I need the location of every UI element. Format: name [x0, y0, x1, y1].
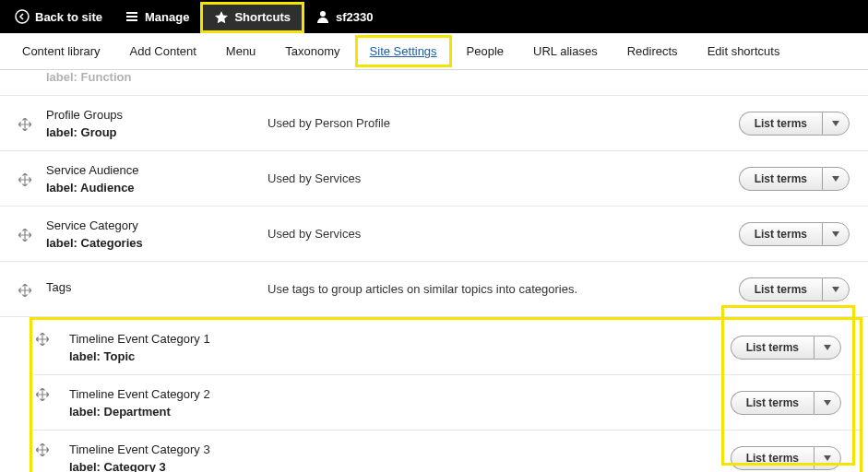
manage-button[interactable]: Manage [113, 0, 200, 33]
list-terms-splitbutton: List terms [739, 167, 850, 191]
vocab-title: Timeline Event Category 2 [69, 387, 291, 401]
subnav-menu[interactable]: Menu [211, 35, 271, 67]
drag-handle-icon[interactable] [18, 118, 31, 131]
highlighted-rows: Timeline Event Category 1 label: Topic L… [30, 317, 862, 472]
subnav-redirects[interactable]: Redirects [612, 35, 693, 67]
vocab-label: label: Category 3 [69, 460, 291, 472]
caret-down-icon [824, 455, 831, 461]
vocab-description: Used by Person Profile [268, 116, 693, 130]
subnav-edit-shortcuts[interactable]: Edit shortcuts [693, 35, 795, 67]
list-terms-splitbutton: List terms [739, 277, 850, 301]
subnav-content-library[interactable]: Content library [7, 35, 115, 67]
table-row: label: Function [0, 70, 868, 96]
list-terms-button[interactable]: List terms [731, 336, 814, 360]
table-row: Service Audience label: Audience Used by… [0, 151, 868, 206]
user-menu[interactable]: sf2330 [304, 0, 384, 33]
caret-down-icon [824, 400, 831, 406]
caret-down-icon [832, 176, 839, 182]
list-terms-splitbutton: List terms [731, 336, 841, 360]
drag-handle-icon[interactable] [36, 333, 49, 346]
list-terms-button[interactable]: List terms [739, 167, 822, 191]
caret-down-icon [832, 231, 839, 237]
back-to-site-label: Back to site [35, 10, 102, 24]
user-icon [315, 9, 330, 24]
list-terms-dropdown[interactable] [822, 222, 850, 246]
list-terms-button[interactable]: List terms [739, 277, 822, 301]
shortcuts-label: Shortcuts [234, 10, 291, 24]
list-terms-splitbutton: List terms [731, 391, 841, 415]
table-row: Timeline Event Category 1 label: Topic L… [32, 320, 860, 375]
vocab-title: Timeline Event Category 1 [69, 332, 291, 346]
vocab-title: Service Audience [46, 163, 268, 177]
list-terms-dropdown[interactable] [822, 277, 850, 301]
table-row: Tags Use tags to group articles on simil… [0, 262, 868, 317]
subnav-people[interactable]: People [452, 35, 518, 67]
vocab-description: Used by Services [268, 227, 693, 241]
star-icon [214, 10, 229, 25]
caret-down-icon [832, 121, 839, 126]
caret-down-icon [824, 345, 831, 350]
admin-subnav: Content library Add Content Menu Taxonom… [0, 33, 868, 70]
vocab-title: Timeline Event Category 3 [69, 442, 291, 456]
vocab-label: label: Audience [46, 181, 268, 195]
list-terms-button[interactable]: List terms [739, 112, 822, 136]
list-terms-button[interactable]: List terms [731, 391, 814, 415]
user-label: sf2330 [336, 10, 373, 24]
hamburger-icon [125, 9, 139, 24]
vocab-label: label: Group [46, 125, 268, 139]
table-row: Timeline Event Category 3 label: Categor… [32, 431, 860, 472]
shortcuts-button[interactable]: Shortcuts [200, 2, 304, 33]
list-terms-dropdown[interactable] [814, 336, 841, 360]
list-terms-button[interactable]: List terms [739, 222, 822, 246]
back-arrow-icon [15, 9, 30, 24]
list-terms-dropdown[interactable] [814, 391, 841, 415]
list-terms-dropdown[interactable] [814, 446, 841, 470]
drag-handle-icon[interactable] [36, 443, 49, 456]
vocab-description: Use tags to group articles on similar to… [268, 282, 693, 296]
table-row: Timeline Event Category 2 label: Departm… [32, 375, 860, 431]
vocab-label: label: Function [46, 70, 268, 84]
vocab-label: label: Categories [46, 236, 268, 250]
subnav-url-aliases[interactable]: URL aliases [518, 35, 612, 67]
list-terms-dropdown[interactable] [822, 112, 850, 136]
list-terms-splitbutton: List terms [739, 112, 850, 136]
vocab-label: label: Topic [69, 349, 291, 363]
vocab-title: Profile Groups [46, 108, 268, 122]
vocab-title: Tags [46, 280, 268, 294]
drag-handle-icon[interactable] [18, 173, 31, 186]
list-terms-splitbutton: List terms [739, 222, 850, 246]
drag-handle-icon[interactable] [36, 388, 49, 401]
list-terms-button[interactable]: List terms [731, 446, 814, 470]
subnav-site-settings[interactable]: Site Settings [355, 35, 452, 67]
manage-label: Manage [145, 10, 189, 24]
svg-point-0 [16, 10, 29, 23]
back-to-site-button[interactable]: Back to site [4, 0, 113, 33]
svg-point-1 [320, 11, 326, 17]
subnav-add-content[interactable]: Add Content [115, 35, 211, 67]
vocab-label: label: Department [69, 405, 291, 419]
subnav-taxonomy[interactable]: Taxonomy [270, 35, 354, 67]
table-row: Profile Groups label: Group Used by Pers… [0, 96, 868, 151]
drag-handle-icon[interactable] [18, 284, 31, 297]
vocab-title: Service Category [46, 218, 268, 232]
vocabulary-table: label: Function Profile Groups label: Gr… [0, 70, 868, 472]
caret-down-icon [832, 287, 839, 292]
admin-topbar: Back to site Manage Shortcuts sf2330 [0, 0, 868, 33]
drag-handle-icon[interactable] [18, 229, 31, 242]
table-row: Service Category label: Categories Used … [0, 206, 868, 262]
list-terms-splitbutton: List terms [731, 446, 841, 470]
vocab-description: Used by Services [268, 171, 693, 185]
list-terms-dropdown[interactable] [822, 167, 850, 191]
